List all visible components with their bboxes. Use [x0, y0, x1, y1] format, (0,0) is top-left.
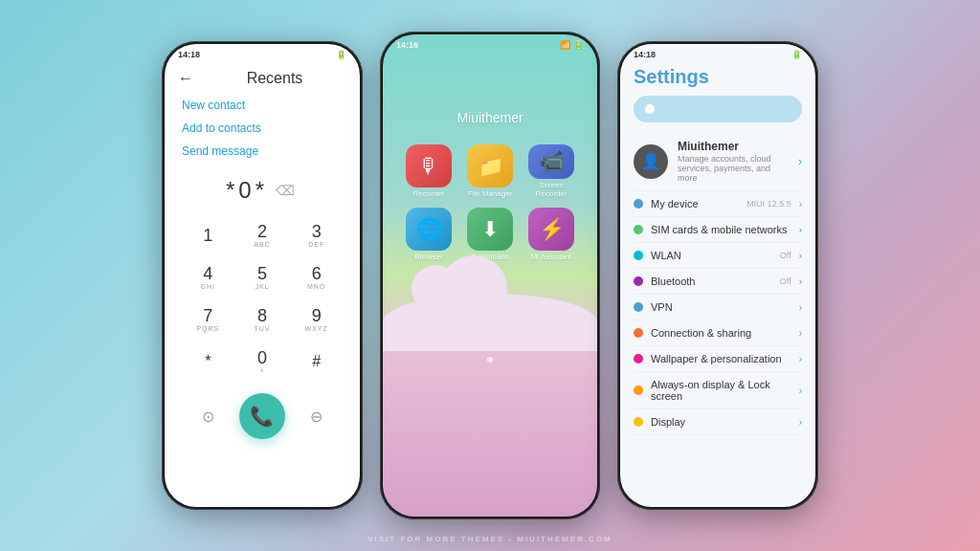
dial-key-star[interactable]: * — [184, 343, 233, 380]
settings-item-connection[interactable]: Connection & sharing › — [634, 320, 802, 346]
chevron-display-icon: › — [799, 417, 802, 428]
settings-item-my-device[interactable]: My device MIUI 12.5.5 › — [634, 191, 802, 217]
recents-header: ← Recents — [165, 66, 360, 95]
call-button[interactable]: 📞 — [239, 393, 285, 439]
app-screen-label: Screen Recorder — [524, 181, 578, 198]
dial-key-5[interactable]: 5 JKL — [238, 259, 287, 296]
chevron-wlan-icon: › — [799, 251, 802, 261]
settings-item-sim[interactable]: SIM cards & mobile networks › — [634, 217, 802, 243]
app-file-label: File Manager — [468, 189, 513, 198]
app-downloads[interactable]: ⬇ Downloads — [463, 208, 517, 261]
settings-item-vpn[interactable]: VPN › — [634, 295, 802, 320]
app-file-manager[interactable]: 📁 File Manager — [463, 144, 517, 198]
settings-title: Settings — [634, 62, 802, 96]
dial-key-7[interactable]: 7 PQRS — [184, 301, 233, 338]
new-contact-button[interactable]: New contact — [182, 99, 343, 112]
delete-button[interactable]: ⊖ — [300, 399, 334, 433]
back-button[interactable]: ← — [178, 70, 193, 87]
app-grid-row1: 🎙 Recorder 📁 File Manager 📹 Screen Recor… — [402, 144, 578, 198]
voicemail-button[interactable]: ⊙ — [190, 399, 225, 433]
settings-item-display[interactable]: Display › — [634, 409, 802, 435]
home-page-indicator — [487, 357, 493, 363]
status-bar-1: 14:18 🔋 — [165, 44, 360, 62]
dial-key-4[interactable]: 4 GHI — [184, 259, 233, 296]
app-screen-recorder[interactable]: 📹 Screen Recorder — [524, 144, 578, 198]
settings-dot-always-on — [634, 386, 643, 395]
dial-key-hash[interactable]: # — [292, 343, 341, 380]
dial-key-3[interactable]: 3 DEF — [292, 217, 341, 253]
account-info: Miuithemer Manage accounts, cloud servic… — [678, 140, 789, 183]
settings-item-bluetooth[interactable]: Bluetooth Off › — [634, 269, 802, 295]
dial-key-0[interactable]: 0 + — [238, 343, 287, 380]
battery-icon: 🔋 — [336, 50, 346, 59]
settings-dot-display — [634, 417, 643, 427]
settings-account-item[interactable]: 👤 Miuithemer Manage accounts, cloud serv… — [634, 132, 802, 191]
app-recorder-label: Recorder — [413, 189, 445, 198]
dialer-content: ← Recents New contact Add to contacts Se… — [165, 62, 360, 449]
settings-item-wallpaper[interactable]: Wallpaper & personalization › — [634, 346, 802, 372]
dialer-clear-icon[interactable]: ⌫ — [276, 183, 299, 198]
send-message-button[interactable]: Send message — [182, 144, 343, 158]
settings-label-bluetooth: Bluetooth — [651, 276, 772, 287]
settings-label-wallpaper: Wallpaper & personalization — [651, 353, 791, 364]
status-time-3: 14:18 — [634, 50, 656, 59]
dial-key-2[interactable]: 2 ABC — [238, 217, 287, 253]
account-avatar: 👤 — [634, 144, 668, 179]
account-name: Miuithemer — [678, 140, 789, 153]
app-assistant-label: Mi Assistant — [531, 253, 572, 261]
settings-item-wlan[interactable]: WLAN Off › — [634, 243, 802, 269]
wifi-icon: 📶 — [560, 40, 570, 50]
settings-label-always-on: Always-on display & Lock screen — [651, 379, 791, 402]
chevron-my-device-icon: › — [799, 199, 802, 209]
status-icons-1: 🔋 — [336, 50, 346, 59]
settings-value-my-device: MIUI 12.5.5 — [746, 199, 791, 209]
add-to-contacts-button[interactable]: Add to contacts — [182, 121, 343, 135]
settings-label-connection: Connection & sharing — [651, 327, 791, 339]
phone-home: 14:16 📶 🔋 Miuithemer 🎙 Recorder 📁 File M… — [380, 32, 600, 519]
account-subtitle: Manage accounts, cloud services, payment… — [678, 154, 789, 183]
settings-label-vpn: VPN — [651, 301, 791, 313]
home-screen-content: Miuithemer 🎙 Recorder 📁 File Manager 📹 S… — [383, 53, 597, 510]
settings-dot-bluetooth — [634, 276, 643, 286]
settings-search-bar[interactable] — [634, 96, 802, 122]
recents-title: Recents — [247, 70, 303, 87]
dial-key-9[interactable]: 9 WXYZ — [292, 301, 341, 338]
phone-settings: 14:18 🔋 Settings 👤 Miuithemer Manage acc… — [617, 41, 818, 510]
phone-dialer: 14:18 🔋 ← Recents New contact Add to con… — [162, 41, 363, 510]
search-icon — [645, 104, 655, 114]
chevron-vpn-icon: › — [799, 302, 802, 313]
settings-item-always-on[interactable]: Always-on display & Lock screen › — [634, 372, 802, 409]
settings-dot-my-device — [634, 199, 643, 209]
contact-actions: New contact Add to contacts Send message — [165, 95, 360, 162]
chevron-connection-icon: › — [799, 328, 802, 339]
settings-dot-connection — [634, 328, 643, 338]
app-browser[interactable]: 🌐 Browser — [402, 208, 456, 261]
status-bar-3: 14:18 🔋 — [620, 44, 815, 62]
chevron-wallpaper-icon: › — [799, 354, 802, 364]
app-recorder[interactable]: 🎙 Recorder — [402, 144, 456, 198]
settings-label-sim: SIM cards & mobile networks — [651, 224, 791, 235]
home-cloud-decoration — [383, 275, 597, 351]
settings-content: Settings 👤 Miuithemer Manage accounts, c… — [620, 62, 815, 435]
app-grid-row2: 🌐 Browser ⬇ Downloads ⚡ Mi Assistant — [402, 208, 578, 261]
dialpad: 1 2 ABC 3 DEF 4 GHI 5 JKL — [165, 211, 360, 386]
status-icons-2: 📶 🔋 — [560, 40, 584, 50]
app-assistant[interactable]: ⚡ Mi Assistant — [524, 208, 578, 261]
watermark: VISIT FOR MORE THEMES - MIUITHEMER.COM — [0, 535, 980, 543]
status-time-1: 14:18 — [178, 50, 200, 59]
settings-dot-sim — [634, 225, 643, 234]
settings-list: My device MIUI 12.5.5 › SIM cards & mobi… — [634, 191, 802, 435]
home-screen-label: Miuithemer — [457, 110, 523, 125]
dial-key-1[interactable]: 1 — [184, 217, 233, 253]
dial-key-6[interactable]: 6 MNO — [292, 259, 341, 296]
battery-icon-2: 🔋 — [573, 40, 584, 50]
settings-label-my-device: My device — [651, 198, 739, 209]
battery-icon-3: 🔋 — [791, 50, 802, 59]
settings-label-wlan: WLAN — [651, 250, 772, 261]
settings-dot-vpn — [634, 302, 643, 312]
status-time-2: 14:16 — [396, 40, 418, 50]
dial-key-8[interactable]: 8 TUV — [238, 301, 287, 338]
dialer-bottom-bar: ⊙ 📞 ⊖ — [165, 386, 360, 449]
chevron-always-on-icon: › — [799, 386, 802, 396]
settings-label-display: Display — [651, 416, 791, 428]
